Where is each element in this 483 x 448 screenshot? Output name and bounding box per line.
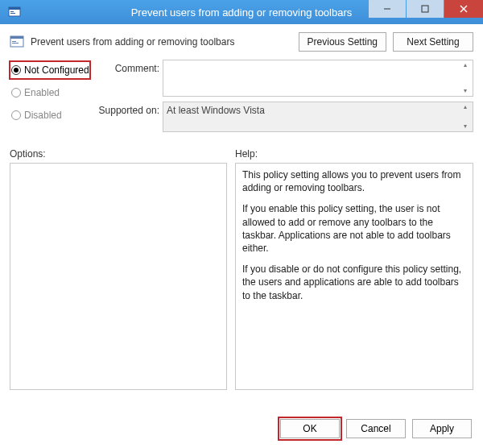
options-column: Options: [10, 148, 227, 390]
client-area: Prevent users from adding or removing to… [0, 24, 483, 390]
maximize-button[interactable] [407, 0, 444, 18]
scroll-arrows: ▴ ▾ [460, 62, 471, 94]
scroll-up-icon[interactable]: ▴ [460, 62, 471, 68]
scroll-down-icon[interactable]: ▾ [460, 88, 471, 94]
header-row: Prevent users from adding or removing to… [10, 32, 473, 52]
radio-dot-icon [11, 88, 21, 97]
radio-dot-icon [11, 65, 21, 75]
comment-value [163, 60, 473, 65]
window-controls [368, 0, 483, 18]
help-paragraph: If you enable this policy setting, the u… [242, 202, 466, 255]
radio-label: Disabled [24, 110, 62, 121]
next-setting-button[interactable]: Next Setting [393, 32, 473, 52]
state-radios: Not Configured Enabled Disabled [10, 60, 90, 137]
scroll-arrows: ▴ ▾ [460, 104, 471, 130]
mid-row: Options: Help: This policy setting allow… [10, 148, 473, 390]
comment-textarea[interactable]: ▴ ▾ [163, 60, 473, 97]
radio-dot-icon [11, 110, 21, 120]
page-title: Prevent users from adding or removing to… [31, 36, 292, 48]
help-column: Help: This policy setting allows you to … [235, 148, 473, 390]
ok-highlight: OK [280, 419, 340, 438]
policy-icon [10, 35, 24, 49]
cancel-button[interactable]: Cancel [346, 419, 406, 438]
config-row: Not Configured Enabled Disabled Comment:… [10, 60, 473, 137]
supported-label: Supported on: [97, 102, 159, 116]
supported-textarea: At least Windows Vista ▴ ▾ [163, 102, 473, 132]
svg-rect-11 [12, 43, 19, 44]
svg-rect-10 [12, 41, 16, 42]
help-paragraph: If you disable or do not configure this … [242, 263, 466, 302]
options-label: Options: [10, 148, 227, 160]
radio-label: Enabled [24, 87, 60, 98]
radio-disabled[interactable]: Disabled [10, 106, 90, 124]
ok-button[interactable]: OK [280, 419, 340, 438]
scroll-down-icon[interactable]: ▾ [460, 123, 471, 130]
minimize-button[interactable] [369, 0, 406, 18]
radio-enabled[interactable]: Enabled [10, 84, 90, 102]
svg-rect-9 [10, 36, 23, 39]
previous-setting-button[interactable]: Previous Setting [299, 32, 386, 52]
help-label: Help: [235, 148, 473, 160]
help-paragraph: This policy setting allows you to preven… [242, 168, 466, 194]
radio-label: Not Configured [24, 64, 89, 76]
help-panel[interactable]: This policy setting allows you to preven… [235, 163, 473, 390]
options-panel[interactable] [10, 163, 227, 390]
svg-rect-5 [422, 6, 428, 12]
supported-value: At least Windows Vista [163, 102, 473, 118]
fields-column: Comment: ▴ ▾ Supported on: At least Wind… [97, 60, 473, 137]
scroll-up-icon[interactable]: ▴ [460, 104, 471, 110]
footer-buttons: OK Cancel Apply [280, 419, 472, 438]
comment-row: Comment: ▴ ▾ [97, 60, 473, 97]
supported-row: Supported on: At least Windows Vista ▴ ▾ [97, 102, 473, 132]
radio-not-configured[interactable]: Not Configured [10, 61, 90, 79]
comment-label: Comment: [97, 60, 159, 74]
titlebar: Prevent users from adding or removing to… [0, 0, 483, 24]
close-button[interactable] [444, 0, 483, 18]
apply-button[interactable]: Apply [412, 419, 472, 438]
